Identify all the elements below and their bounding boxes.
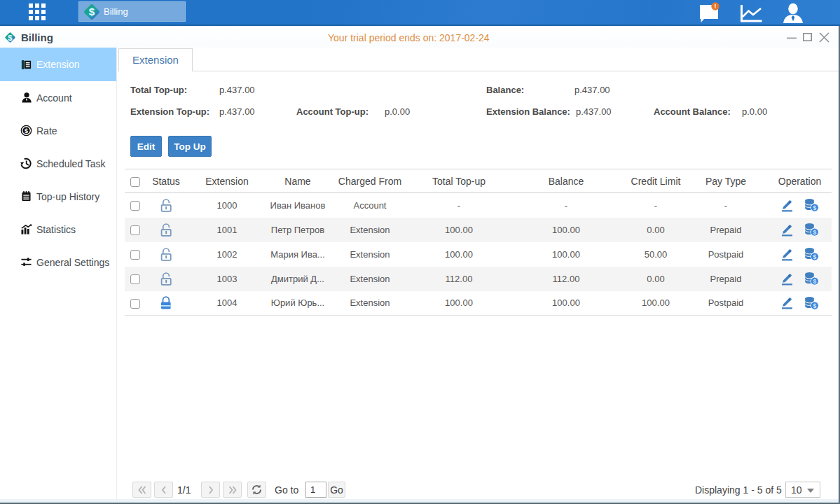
svg-text:$: $ [89,6,95,18]
svg-text:$: $ [813,302,816,309]
svg-text:!: ! [715,3,717,10]
svg-text:$: $ [813,229,816,236]
svg-text:$: $ [813,278,816,285]
svg-text:$: $ [813,204,816,211]
svg-text:$: $ [25,127,28,134]
svg-text:$: $ [813,253,816,260]
svg-text:$: $ [8,34,13,42]
